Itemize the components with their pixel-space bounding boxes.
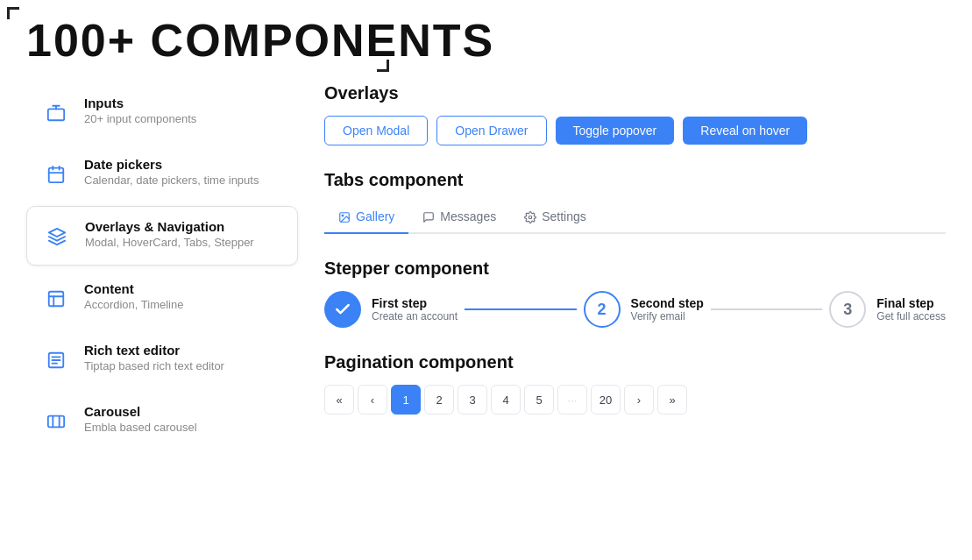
sidebar-item-inputs[interactable]: Inputs 20+ input components bbox=[26, 83, 298, 141]
sidebar-text-date-pickers: Date pickers Calendar, date pickers, tim… bbox=[84, 157, 259, 187]
step-3[interactable]: 3 Final step Get full access bbox=[829, 291, 946, 328]
step-1-circle bbox=[324, 291, 361, 328]
main-layout: Inputs 20+ input components Date pickers… bbox=[0, 66, 972, 453]
reveal-on-hover-button[interactable]: Reveal on hover bbox=[683, 117, 807, 145]
stepper-section: Stepper component First step Create an a… bbox=[324, 259, 946, 328]
open-drawer-button[interactable]: Open Drawer bbox=[436, 116, 546, 145]
step-2-number: 2 bbox=[598, 301, 607, 319]
step-1-text: First step Create an account bbox=[372, 296, 458, 323]
step-line-1-2 bbox=[465, 308, 577, 310]
page-2-button[interactable]: 2 bbox=[424, 385, 454, 415]
stepper-title: Stepper component bbox=[324, 259, 946, 279]
tab-gallery[interactable]: Gallery bbox=[324, 202, 408, 234]
step-1-desc: Create an account bbox=[372, 310, 458, 323]
top-bar: 100+ COMPONENTS bbox=[0, 0, 972, 66]
sidebar-text-rich-text: Rich text editor Tiptap based rich text … bbox=[84, 343, 224, 372]
svg-rect-13 bbox=[48, 416, 64, 428]
tab-messages[interactable]: Messages bbox=[408, 202, 510, 234]
page-prev-button[interactable]: ‹ bbox=[358, 385, 387, 415]
message-icon bbox=[422, 209, 435, 223]
sidebar-text-carousel: Carousel Embla based carousel bbox=[84, 404, 197, 434]
step-2-circle: 2 bbox=[584, 291, 621, 328]
sidebar-text-inputs: Inputs 20+ input components bbox=[84, 96, 196, 125]
page-first-button[interactable]: « bbox=[324, 385, 354, 415]
sidebar-text-overlays: Overlays & Navigation Modal, HoverCard, … bbox=[85, 219, 254, 249]
page-4-button[interactable]: 4 bbox=[491, 385, 521, 415]
sidebar-label-content: Content bbox=[84, 281, 183, 296]
page-last-button[interactable]: » bbox=[657, 385, 687, 415]
sidebar-sub-date-pickers: Calendar, date pickers, time inputs bbox=[84, 174, 259, 187]
tabs-title: Tabs component bbox=[324, 170, 946, 190]
sidebar-label-overlays: Overlays & Navigation bbox=[85, 219, 254, 234]
tab-settings[interactable]: Settings bbox=[510, 202, 600, 234]
sidebar: Inputs 20+ input components Date pickers… bbox=[26, 83, 298, 453]
stepper-row: First step Create an account 2 Second st… bbox=[324, 291, 946, 328]
step-3-circle: 3 bbox=[829, 291, 866, 328]
corner-tl-decoration bbox=[7, 7, 19, 19]
page-ellipsis: ··· bbox=[557, 385, 587, 415]
sidebar-item-content[interactable]: Content Accordion, Timeline bbox=[26, 269, 298, 327]
step-2[interactable]: 2 Second step Verify email bbox=[584, 291, 704, 328]
step-3-number: 3 bbox=[843, 301, 852, 319]
overlays-section: Overlays Open Modal Open Drawer Toggle p… bbox=[324, 83, 946, 145]
sidebar-item-overlays-navigation[interactable]: Overlays & Navigation Modal, HoverCard, … bbox=[26, 206, 298, 266]
tabs-bar: Gallery Messages bbox=[324, 202, 946, 234]
tab-messages-label: Messages bbox=[440, 209, 496, 223]
pagination-title: Pagination component bbox=[324, 352, 946, 372]
page-20-button[interactable]: 20 bbox=[591, 385, 621, 415]
overlays-button-row: Open Modal Open Drawer Toggle popover Re… bbox=[324, 116, 946, 145]
tabs-section: Tabs component Gallery bbox=[324, 170, 946, 234]
corner-br-decoration bbox=[377, 60, 389, 72]
svg-point-18 bbox=[529, 216, 532, 220]
step-line-2-3 bbox=[711, 308, 823, 310]
svg-point-17 bbox=[342, 216, 344, 217]
sidebar-sub-rich-text: Tiptap based rich text editor bbox=[84, 359, 224, 372]
svg-rect-1 bbox=[49, 168, 64, 183]
page-title: 100+ COMPONENTS bbox=[26, 16, 946, 66]
page-3-button[interactable]: 3 bbox=[458, 385, 487, 415]
pagination-row: « ‹ 1 2 3 4 5 ··· 20 › » bbox=[324, 385, 946, 415]
gear-icon bbox=[524, 209, 536, 223]
sidebar-sub-overlays: Modal, HoverCard, Tabs, Stepper bbox=[85, 236, 254, 249]
calendar-icon bbox=[40, 159, 72, 190]
editor-icon bbox=[40, 344, 72, 376]
pagination-section: Pagination component « ‹ 1 2 3 4 5 ··· 2… bbox=[324, 352, 946, 415]
tab-settings-label: Settings bbox=[542, 209, 586, 223]
sidebar-item-rich-text[interactable]: Rich text editor Tiptap based rich text … bbox=[26, 330, 298, 388]
page-1-button[interactable]: 1 bbox=[391, 385, 421, 415]
sidebar-item-carousel[interactable]: Carousel Embla based carousel bbox=[26, 392, 298, 450]
open-modal-button[interactable]: Open Modal bbox=[324, 116, 428, 145]
step-2-text: Second step Verify email bbox=[631, 296, 704, 323]
sidebar-label-carousel: Carousel bbox=[84, 404, 197, 419]
tab-gallery-label: Gallery bbox=[356, 209, 394, 223]
layers-icon bbox=[41, 221, 73, 252]
svg-rect-0 bbox=[48, 110, 64, 121]
main-content-area: Overlays Open Modal Open Drawer Toggle p… bbox=[324, 83, 946, 453]
sidebar-label-date-pickers: Date pickers bbox=[84, 157, 259, 172]
page-next-button[interactable]: › bbox=[624, 385, 654, 415]
svg-rect-6 bbox=[49, 292, 64, 307]
step-1[interactable]: First step Create an account bbox=[324, 291, 458, 328]
step-1-name: First step bbox=[372, 296, 458, 310]
overlays-title: Overlays bbox=[324, 83, 946, 103]
step-3-text: Final step Get full access bbox=[876, 296, 946, 323]
step-3-desc: Get full access bbox=[876, 310, 946, 323]
toggle-popover-button[interactable]: Toggle popover bbox=[556, 117, 675, 145]
svg-marker-5 bbox=[49, 229, 65, 237]
step-2-name: Second step bbox=[631, 296, 704, 310]
inputs-icon bbox=[40, 97, 72, 129]
sidebar-text-content: Content Accordion, Timeline bbox=[84, 281, 183, 311]
sidebar-sub-content: Accordion, Timeline bbox=[84, 298, 183, 311]
sidebar-label-rich-text: Rich text editor bbox=[84, 343, 224, 358]
step-3-name: Final step bbox=[876, 296, 946, 310]
image-icon bbox=[338, 209, 351, 223]
carousel-icon bbox=[40, 406, 72, 437]
content-icon bbox=[40, 283, 72, 315]
sidebar-sub-inputs: 20+ input components bbox=[84, 112, 196, 125]
sidebar-item-date-pickers[interactable]: Date pickers Calendar, date pickers, tim… bbox=[26, 145, 298, 202]
step-2-desc: Verify email bbox=[631, 310, 704, 323]
sidebar-sub-carousel: Embla based carousel bbox=[84, 421, 197, 434]
sidebar-label-inputs: Inputs bbox=[84, 96, 196, 110]
page-5-button[interactable]: 5 bbox=[524, 385, 554, 415]
